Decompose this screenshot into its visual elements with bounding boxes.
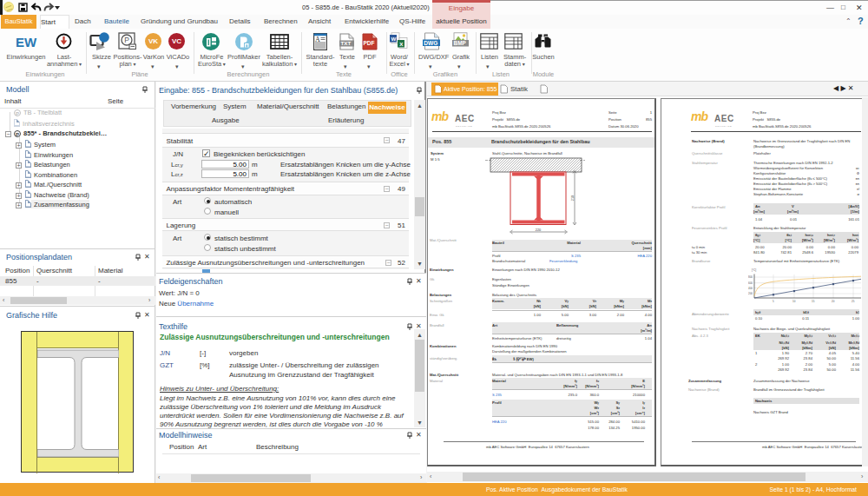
svg-text:W: W <box>391 36 397 42</box>
svg-text:200: 200 <box>748 292 753 295</box>
svg-text:P: P <box>124 36 129 44</box>
svg-text:800: 800 <box>748 275 753 279</box>
svg-text:220: 220 <box>536 228 541 232</box>
svg-text:400: 400 <box>748 287 753 290</box>
svg-text:[°C]: [°C] <box>752 268 756 272</box>
svg-text:DWG: DWG <box>424 40 437 46</box>
svg-text:5: 5 <box>773 300 774 303</box>
svg-text:A: A <box>315 36 320 43</box>
svg-text:210: 210 <box>571 195 575 201</box>
svg-text:PDF: PDF <box>364 40 375 46</box>
svg-text:600: 600 <box>748 281 753 285</box>
svg-text:20: 20 <box>832 300 835 303</box>
svg-text:10: 10 <box>792 300 796 303</box>
svg-text:TXT: TXT <box>341 40 352 46</box>
svg-text:25: 25 <box>852 300 855 303</box>
svg-text:15: 15 <box>812 300 815 303</box>
svg-text:BMP: BMP <box>454 40 467 46</box>
